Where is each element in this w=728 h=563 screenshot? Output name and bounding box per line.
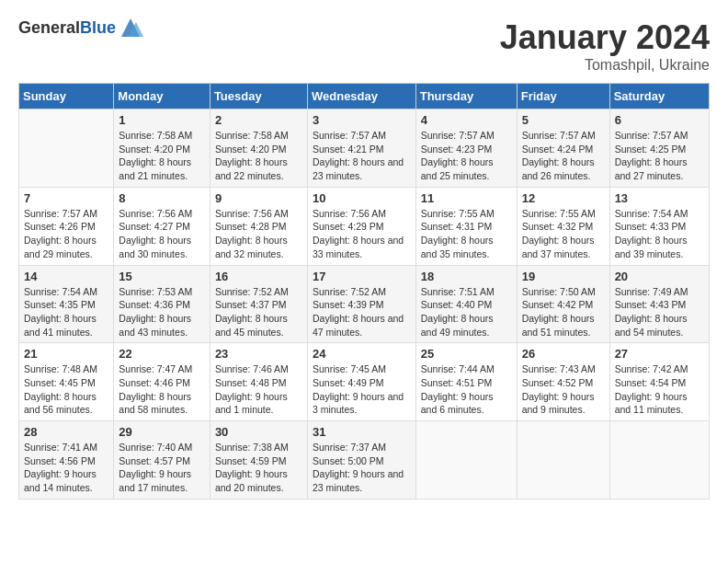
week-row-5: 28Sunrise: 7:41 AMSunset: 4:56 PMDayligh…: [19, 421, 710, 500]
day-info: Sunrise: 7:57 AMSunset: 4:21 PMDaylight:…: [313, 129, 411, 183]
day-info: Sunrise: 7:57 AMSunset: 4:26 PMDaylight:…: [24, 207, 108, 261]
calendar-cell: 5Sunrise: 7:57 AMSunset: 4:24 PMDaylight…: [517, 109, 609, 188]
calendar-cell: 29Sunrise: 7:40 AMSunset: 4:57 PMDayligh…: [114, 421, 210, 500]
day-info: Sunrise: 7:41 AMSunset: 4:56 PMDaylight:…: [24, 441, 108, 495]
day-number: 10: [313, 191, 411, 205]
day-number: 17: [313, 270, 411, 283]
day-number: 6: [615, 113, 704, 127]
column-header-saturday: Saturday: [609, 84, 709, 109]
day-number: 23: [215, 347, 302, 361]
day-info: Sunrise: 7:54 AMSunset: 4:35 PMDaylight:…: [24, 285, 108, 339]
calendar-cell: 15Sunrise: 7:53 AMSunset: 4:36 PMDayligh…: [114, 265, 210, 343]
title-block: January 2024 Tomashpil, Ukraine: [500, 18, 710, 74]
day-number: 4: [421, 113, 512, 127]
day-number: 8: [119, 191, 205, 205]
day-number: 3: [313, 113, 411, 127]
day-info: Sunrise: 7:38 AMSunset: 4:59 PMDaylight:…: [215, 441, 302, 495]
day-info: Sunrise: 7:57 AMSunset: 4:23 PMDaylight:…: [421, 129, 512, 183]
calendar-cell: 22Sunrise: 7:47 AMSunset: 4:46 PMDayligh…: [114, 343, 210, 421]
calendar-cell: 28Sunrise: 7:41 AMSunset: 4:56 PMDayligh…: [19, 421, 114, 500]
day-info: Sunrise: 7:45 AMSunset: 4:49 PMDaylight:…: [313, 362, 411, 417]
calendar-header-row: SundayMondayTuesdayWednesdayThursdayFrid…: [19, 84, 710, 109]
column-header-friday: Friday: [517, 84, 609, 109]
day-info: Sunrise: 7:56 AMSunset: 4:29 PMDaylight:…: [313, 207, 411, 261]
day-info: Sunrise: 7:52 AMSunset: 4:39 PMDaylight:…: [313, 285, 411, 339]
column-header-thursday: Thursday: [415, 84, 517, 109]
day-number: 13: [615, 191, 704, 205]
calendar-cell: 25Sunrise: 7:44 AMSunset: 4:51 PMDayligh…: [415, 343, 517, 421]
logo-blue: Blue: [80, 18, 116, 37]
calendar-cell: 20Sunrise: 7:49 AMSunset: 4:43 PMDayligh…: [609, 265, 709, 343]
calendar-cell: 14Sunrise: 7:54 AMSunset: 4:35 PMDayligh…: [19, 265, 114, 343]
calendar-cell: 6Sunrise: 7:57 AMSunset: 4:25 PMDaylight…: [609, 109, 709, 188]
day-info: Sunrise: 7:58 AMSunset: 4:20 PMDaylight:…: [119, 129, 205, 183]
calendar-cell: 11Sunrise: 7:55 AMSunset: 4:31 PMDayligh…: [415, 187, 517, 265]
day-info: Sunrise: 7:44 AMSunset: 4:51 PMDaylight:…: [421, 362, 512, 417]
day-number: 29: [119, 425, 205, 439]
day-info: Sunrise: 7:56 AMSunset: 4:27 PMDaylight:…: [119, 207, 205, 261]
day-number: 30: [215, 425, 302, 439]
day-info: Sunrise: 7:42 AMSunset: 4:54 PMDaylight:…: [615, 362, 704, 417]
column-header-wednesday: Wednesday: [307, 84, 415, 109]
day-info: Sunrise: 7:40 AMSunset: 4:57 PMDaylight:…: [119, 441, 205, 495]
day-info: Sunrise: 7:57 AMSunset: 4:25 PMDaylight:…: [615, 129, 704, 183]
day-info: Sunrise: 7:55 AMSunset: 4:32 PMDaylight:…: [522, 207, 605, 261]
calendar-cell: 19Sunrise: 7:50 AMSunset: 4:42 PMDayligh…: [517, 265, 609, 343]
column-header-tuesday: Tuesday: [210, 84, 307, 109]
day-number: 28: [24, 425, 108, 439]
day-number: 2: [215, 113, 302, 127]
calendar-cell: 8Sunrise: 7:56 AMSunset: 4:27 PMDaylight…: [114, 187, 210, 265]
calendar-cell: [609, 421, 709, 500]
calendar-table: SundayMondayTuesdayWednesdayThursdayFrid…: [18, 83, 710, 500]
logo: GeneralBlue: [18, 18, 145, 38]
day-number: 19: [522, 270, 605, 283]
day-number: 21: [24, 347, 108, 361]
day-info: Sunrise: 7:37 AMSunset: 5:00 PMDaylight:…: [313, 441, 411, 495]
calendar-cell: 16Sunrise: 7:52 AMSunset: 4:37 PMDayligh…: [210, 265, 307, 343]
calendar-cell: [517, 421, 609, 500]
day-info: Sunrise: 7:48 AMSunset: 4:45 PMDaylight:…: [24, 362, 108, 417]
week-row-1: 1Sunrise: 7:58 AMSunset: 4:20 PMDaylight…: [19, 109, 710, 188]
day-number: 16: [215, 270, 302, 283]
calendar-cell: 17Sunrise: 7:52 AMSunset: 4:39 PMDayligh…: [307, 265, 415, 343]
calendar-cell: 9Sunrise: 7:56 AMSunset: 4:28 PMDaylight…: [210, 187, 307, 265]
day-number: 14: [24, 270, 108, 283]
page-header: GeneralBlue January 2024 Tomashpil, Ukra…: [18, 18, 710, 74]
day-number: 1: [119, 113, 205, 127]
day-number: 20: [615, 270, 704, 283]
day-number: 27: [615, 347, 704, 361]
week-row-2: 7Sunrise: 7:57 AMSunset: 4:26 PMDaylight…: [19, 187, 710, 265]
day-info: Sunrise: 7:58 AMSunset: 4:20 PMDaylight:…: [215, 129, 302, 183]
calendar-cell: 30Sunrise: 7:38 AMSunset: 4:59 PMDayligh…: [210, 421, 307, 500]
calendar-cell: 10Sunrise: 7:56 AMSunset: 4:29 PMDayligh…: [307, 187, 415, 265]
calendar-cell: 31Sunrise: 7:37 AMSunset: 5:00 PMDayligh…: [307, 421, 415, 500]
calendar-cell: 18Sunrise: 7:51 AMSunset: 4:40 PMDayligh…: [415, 265, 517, 343]
calendar-cell: 24Sunrise: 7:45 AMSunset: 4:49 PMDayligh…: [307, 343, 415, 421]
calendar-cell: 27Sunrise: 7:42 AMSunset: 4:54 PMDayligh…: [609, 343, 709, 421]
calendar-cell: [415, 421, 517, 500]
month-title: January 2024: [500, 18, 710, 57]
day-number: 5: [522, 113, 605, 127]
logo-icon: [118, 15, 143, 40]
calendar-cell: 26Sunrise: 7:43 AMSunset: 4:52 PMDayligh…: [517, 343, 609, 421]
day-number: 31: [313, 425, 411, 439]
day-number: 18: [421, 270, 512, 283]
day-info: Sunrise: 7:47 AMSunset: 4:46 PMDaylight:…: [119, 362, 205, 417]
calendar-cell: 12Sunrise: 7:55 AMSunset: 4:32 PMDayligh…: [517, 187, 609, 265]
calendar-cell: 1Sunrise: 7:58 AMSunset: 4:20 PMDaylight…: [114, 109, 210, 188]
day-info: Sunrise: 7:49 AMSunset: 4:43 PMDaylight:…: [615, 285, 704, 339]
day-number: 11: [421, 191, 512, 205]
day-info: Sunrise: 7:55 AMSunset: 4:31 PMDaylight:…: [421, 207, 512, 261]
calendar-cell: 23Sunrise: 7:46 AMSunset: 4:48 PMDayligh…: [210, 343, 307, 421]
day-info: Sunrise: 7:56 AMSunset: 4:28 PMDaylight:…: [215, 207, 302, 261]
week-row-4: 21Sunrise: 7:48 AMSunset: 4:45 PMDayligh…: [19, 343, 710, 421]
day-number: 24: [313, 347, 411, 361]
day-info: Sunrise: 7:50 AMSunset: 4:42 PMDaylight:…: [522, 285, 605, 339]
calendar-cell: 7Sunrise: 7:57 AMSunset: 4:26 PMDaylight…: [19, 187, 114, 265]
day-number: 22: [119, 347, 205, 361]
calendar-cell: 3Sunrise: 7:57 AMSunset: 4:21 PMDaylight…: [307, 109, 415, 188]
day-info: Sunrise: 7:57 AMSunset: 4:24 PMDaylight:…: [522, 129, 605, 183]
day-info: Sunrise: 7:43 AMSunset: 4:52 PMDaylight:…: [522, 362, 605, 417]
calendar-cell: 4Sunrise: 7:57 AMSunset: 4:23 PMDaylight…: [415, 109, 517, 188]
day-number: 25: [421, 347, 512, 361]
